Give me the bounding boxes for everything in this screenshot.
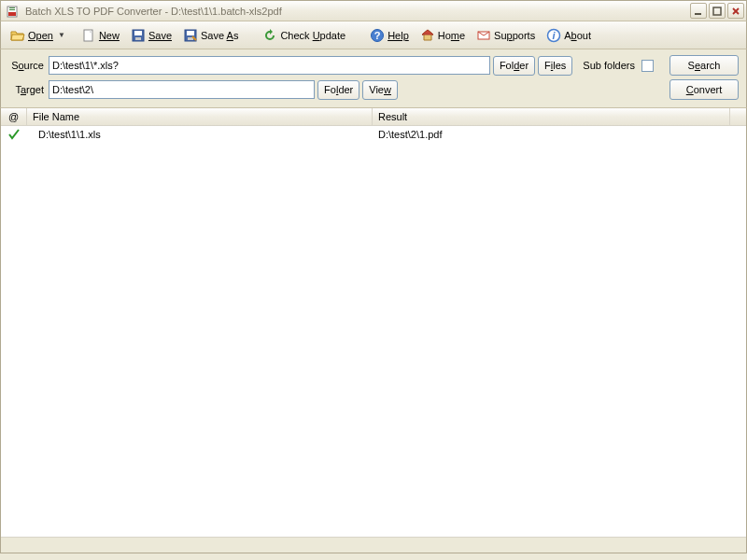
check-update-button[interactable]: Check Update (257, 24, 351, 47)
svg-rect-3 (9, 9, 15, 10)
titlebar: Batch XLS TO PDF Converter - D:\test\1\1… (0, 0, 747, 21)
new-file-icon (81, 28, 96, 43)
svg-rect-12 (135, 37, 141, 40)
home-button[interactable]: Home (415, 24, 471, 47)
svg-rect-4 (695, 13, 701, 15)
supports-label: Supports (494, 30, 535, 41)
status-bar (1, 537, 746, 553)
open-label: Open (28, 30, 53, 41)
new-label: New (99, 30, 120, 41)
search-button[interactable]: Search (669, 55, 739, 76)
help-label: Help (388, 30, 409, 41)
new-button[interactable]: New (76, 24, 125, 47)
help-icon: ? (370, 28, 385, 43)
save-as-icon (183, 28, 198, 43)
chevron-down-icon: ▼ (58, 31, 64, 39)
close-button[interactable] (727, 3, 744, 19)
column-result[interactable]: Result (373, 108, 730, 125)
cell-result: D:\test\2\1.pdf (373, 129, 746, 140)
main-toolbar: Open ▼ New Save Save As Check Update ? H… (0, 21, 747, 49)
cell-file-name: D:\test\1\1.xls (27, 129, 373, 140)
window-controls (690, 3, 744, 19)
convert-button[interactable]: Convert (669, 79, 739, 100)
list-header: @ File Name Result (1, 108, 746, 126)
supports-button[interactable]: Supports (471, 24, 541, 47)
save-as-label: Save As (201, 30, 238, 41)
source-folder-button[interactable]: Folder (493, 56, 535, 76)
svg-text:?: ? (374, 30, 381, 41)
column-file-name[interactable]: File Name (27, 108, 373, 125)
result-list: @ File Name Result D:\test\1\1.xls D:\te… (0, 108, 747, 553)
column-scroll-spacer (730, 108, 746, 125)
save-label: Save (148, 30, 172, 41)
save-button[interactable]: Save (125, 24, 177, 47)
refresh-icon (262, 28, 277, 43)
folder-open-icon (10, 28, 25, 43)
help-button[interactable]: ? Help (364, 24, 415, 47)
svg-rect-5 (713, 7, 721, 15)
home-icon (420, 28, 435, 43)
source-row: Source Folder Files Sub folders Search (8, 55, 739, 76)
svg-rect-2 (9, 7, 15, 8)
target-input[interactable] (49, 80, 315, 99)
window-title: Batch XLS TO PDF Converter - D:\test\1\1… (23, 6, 690, 17)
save-icon (131, 28, 146, 43)
target-label: Target (8, 84, 46, 95)
check-update-label: Check Update (280, 30, 345, 41)
about-label: About (564, 30, 591, 41)
column-status[interactable]: @ (1, 108, 27, 125)
svg-rect-14 (187, 31, 194, 35)
target-folder-button[interactable]: Folder (317, 80, 359, 100)
sub-folders-checkbox[interactable] (641, 60, 654, 72)
about-button[interactable]: i About (541, 24, 597, 47)
open-button[interactable]: Open ▼ (5, 24, 70, 47)
sub-folders-label: Sub folders (575, 60, 639, 71)
view-button[interactable]: View (362, 80, 398, 100)
svg-rect-11 (134, 31, 142, 35)
source-label: Source (8, 60, 46, 71)
mail-icon (476, 28, 491, 43)
source-files-button[interactable]: Files (538, 56, 572, 76)
paths-panel: Source Folder Files Sub folders Search T… (0, 49, 747, 108)
target-row: Target Folder View Convert (8, 79, 739, 100)
source-input[interactable] (49, 56, 490, 75)
save-as-button[interactable]: Save As (177, 24, 244, 47)
list-body: D:\test\1\1.xls D:\test\2\1.pdf (1, 126, 746, 143)
app-icon (6, 4, 21, 19)
home-label: Home (438, 30, 465, 41)
svg-rect-1 (8, 12, 16, 16)
minimize-button[interactable] (690, 3, 707, 19)
maximize-button[interactable] (709, 3, 726, 19)
info-icon: i (546, 28, 561, 43)
list-row[interactable]: D:\test\1\1.xls D:\test\2\1.pdf (1, 126, 746, 143)
status-ok-icon (1, 128, 27, 141)
